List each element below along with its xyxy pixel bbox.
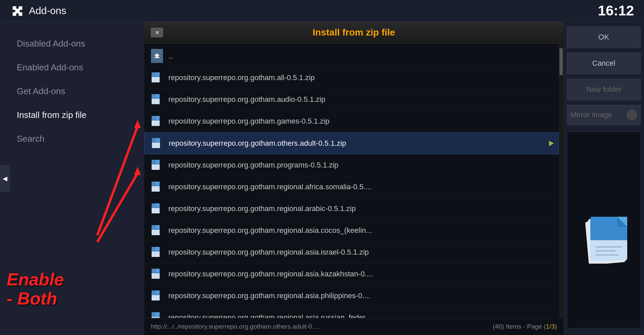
dialog-title: Install from zip file	[313, 27, 395, 38]
file-item[interactable]: repository.superrepo.org.gotham.games-0.…	[144, 111, 559, 132]
svg-rect-31	[156, 203, 160, 207]
annotation-text: Enable - Both	[7, 270, 64, 308]
svg-rect-18	[156, 138, 160, 141]
cancel-button[interactable]: Cancel	[567, 53, 641, 74]
svg-rect-11	[152, 99, 160, 104]
play-arrow-icon	[547, 139, 555, 147]
dialog-area: ✕ Install from zip file ..	[144, 22, 564, 335]
file-name: repository.superrepo.org.gotham.regional…	[168, 226, 372, 235]
sidebar-nav: Disabled Add-ons Enabled Add-ons Get Add…	[0, 32, 144, 151]
svg-rect-15	[152, 121, 160, 126]
file-preview	[567, 132, 641, 328]
up-dir-label: ..	[168, 51, 173, 61]
mirror-image-row: Mirror image	[567, 105, 641, 125]
zip-file-icon	[151, 115, 163, 127]
svg-rect-35	[156, 225, 160, 228]
annotation-line2: - Both	[7, 289, 64, 308]
svg-rect-47	[156, 290, 160, 294]
scrollbar[interactable]	[559, 44, 564, 318]
mirror-image-label: Mirror image	[571, 111, 612, 119]
zip-file-icon	[151, 137, 163, 149]
file-item[interactable]: repository.superrepo.org.gotham.audio-0.…	[144, 89, 559, 111]
svg-rect-65	[595, 250, 615, 252]
left-nav-arrow[interactable]: ◀	[0, 165, 10, 192]
zip-file-icon	[151, 224, 163, 237]
svg-rect-14	[156, 116, 160, 119]
sidebar: ◀ Disabled Add-ons Enabled Add-ons Get A…	[0, 22, 144, 335]
annotation-line1: Enable	[7, 270, 64, 289]
zip-file-icon	[151, 268, 163, 280]
file-item[interactable]: repository.superrepo.org.gotham.regional…	[144, 176, 559, 198]
header-left: Add-ons	[10, 4, 66, 18]
sidebar-item-get-addons[interactable]: Get Add-ons	[0, 79, 144, 103]
page-info: (40) Items - Page (1/3)	[493, 323, 557, 330]
svg-marker-3	[134, 167, 141, 175]
svg-rect-39	[156, 247, 160, 250]
svg-rect-10	[156, 94, 160, 97]
file-name: repository.superrepo.org.gotham.regional…	[168, 270, 373, 278]
file-name: repository.superrepo.org.gotham.games-0.…	[168, 117, 329, 126]
app-header: Add-ons 16:12	[0, 0, 644, 22]
file-name: repository.superrepo.org.gotham.regional…	[168, 291, 371, 300]
file-item-up[interactable]: ..	[144, 45, 559, 67]
svg-rect-48	[152, 295, 160, 300]
ok-button[interactable]: OK	[567, 26, 641, 48]
svg-rect-43	[156, 269, 160, 272]
zip-file-icon	[151, 93, 163, 106]
file-name: repository.superrepo.org.gotham.regional…	[168, 248, 369, 257]
dialog-close-button[interactable]: ✕	[151, 28, 163, 37]
svg-rect-27	[156, 182, 160, 185]
svg-rect-51	[156, 312, 160, 316]
svg-rect-44	[152, 273, 160, 279]
new-folder-button[interactable]: New folder	[567, 79, 641, 100]
file-item[interactable]: repository.superrepo.org.gotham.regional…	[144, 242, 559, 263]
file-item-selected[interactable]: repository.superrepo.org.gotham.others.a…	[144, 132, 559, 154]
svg-rect-32	[152, 208, 160, 213]
zip-file-icon	[151, 181, 163, 193]
file-name: repository.superrepo.org.gotham.regional…	[168, 183, 372, 191]
page-current: 1	[546, 323, 549, 330]
svg-marker-20	[549, 141, 554, 146]
addons-icon	[10, 4, 24, 18]
main-layout: ◀ Disabled Add-ons Enabled Add-ons Get A…	[0, 22, 644, 335]
svg-rect-61	[590, 233, 627, 240]
zip-file-icon	[151, 203, 163, 215]
file-name: repository.superrepo.org.gotham.others.a…	[169, 139, 346, 148]
dialog-header: ✕ Install from zip file	[144, 22, 564, 44]
status-url: http://.../../repository.superrepo.org.g…	[151, 323, 319, 330]
svg-line-2	[97, 174, 138, 242]
zip-file-icon	[151, 246, 163, 258]
svg-rect-36	[152, 230, 160, 235]
svg-rect-23	[156, 160, 160, 163]
app-title: Add-ons	[29, 5, 66, 16]
file-name: repository.superrepo.org.gotham.all-0.5.…	[168, 73, 315, 82]
file-item[interactable]: repository.superrepo.org.gotham.regional…	[144, 220, 559, 242]
file-list[interactable]: .. repository.superrepo.org.gotham.all-0…	[144, 44, 559, 318]
up-dir-icon	[151, 50, 163, 62]
clock: 16:12	[598, 3, 634, 19]
file-name: repository.superrepo.org.gotham.programs…	[168, 161, 338, 170]
file-item[interactable]: repository.superrepo.org.gotham.all-0.5.…	[144, 67, 559, 89]
sidebar-item-install-zip[interactable]: Install from zip file	[0, 103, 144, 127]
zip-file-icon	[151, 72, 163, 84]
file-item[interactable]: repository.superrepo.org.gotham.regional…	[144, 307, 559, 318]
svg-rect-19	[152, 143, 160, 148]
right-panel: OK Cancel New folder Mirror image	[564, 22, 644, 335]
svg-rect-52	[152, 317, 160, 318]
scrollbar-thumb[interactable]	[559, 48, 563, 75]
svg-rect-7	[152, 77, 160, 82]
preview-image	[570, 197, 637, 264]
sidebar-item-enabled-addons[interactable]: Enabled Add-ons	[0, 56, 144, 79]
status-bar: http://.../../repository.superrepo.org.g…	[144, 318, 564, 335]
file-item[interactable]: repository.superrepo.org.gotham.programs…	[144, 154, 559, 176]
mirror-image-toggle[interactable]	[627, 110, 637, 120]
svg-rect-24	[152, 164, 160, 170]
file-item[interactable]: repository.superrepo.org.gotham.regional…	[144, 263, 559, 285]
file-item[interactable]: repository.superrepo.org.gotham.regional…	[144, 198, 559, 220]
sidebar-item-search[interactable]: Search	[0, 127, 144, 151]
zip-file-icon	[151, 159, 163, 171]
file-item[interactable]: repository.superrepo.org.gotham.regional…	[144, 285, 559, 307]
file-name: repository.superrepo.org.gotham.regional…	[168, 204, 356, 213]
svg-rect-66	[595, 254, 619, 256]
sidebar-item-disabled-addons[interactable]: Disabled Add-ons	[0, 32, 144, 56]
